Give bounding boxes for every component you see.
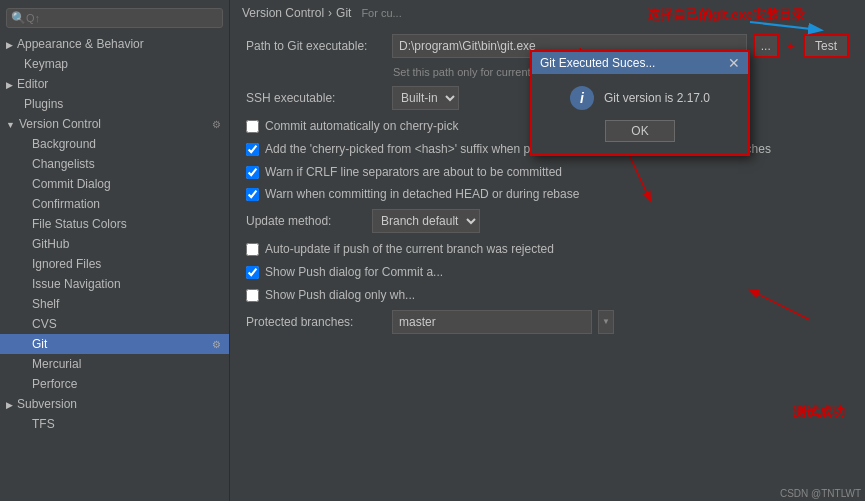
sidebar-item-file-status-colors[interactable]: File Status Colors <box>0 214 229 234</box>
test-button[interactable]: Test <box>803 34 849 58</box>
cherry-pick-label: Commit automatically on cherry-pick <box>265 118 458 135</box>
plus-icon: + <box>787 38 795 54</box>
show-push-label: Show Push dialog for Commit a... <box>265 264 443 281</box>
chevron-right-icon-3: ▶ <box>6 400 13 410</box>
sidebar-item-ignored-files[interactable]: Ignored Files <box>0 254 229 274</box>
annotation-bottom: 测试成功 <box>793 403 845 421</box>
main-content: Version Control › Git For cu... Path to … <box>230 0 865 501</box>
breadcrumb-for-current: For cu... <box>361 7 401 19</box>
sidebar-item-keymap[interactable]: Keymap <box>0 54 229 74</box>
sidebar-item-tfs[interactable]: TFS <box>0 414 229 434</box>
dialog-message: Git version is 2.17.0 <box>604 91 710 105</box>
update-method-row: Update method: Branch default Merge Reba… <box>246 209 849 233</box>
update-method-label: Update method: <box>246 214 366 228</box>
ssh-label: SSH executable: <box>246 91 386 105</box>
chevron-down-icon: ▼ <box>6 120 15 130</box>
sidebar-item-cvs[interactable]: CVS <box>0 314 229 334</box>
dialog-close-button[interactable]: ✕ <box>728 56 740 70</box>
dialog-overlay: Git Executed Suces... ✕ i Git version is… <box>530 50 750 156</box>
sidebar-item-changelists[interactable]: Changelists <box>0 154 229 174</box>
sidebar-item-commit-dialog[interactable]: Commit Dialog <box>0 174 229 194</box>
search-bar[interactable]: 🔍 <box>6 8 223 28</box>
sidebar-item-shelf[interactable]: Shelf <box>0 294 229 314</box>
browse-button[interactable]: ... <box>753 34 779 58</box>
protected-input[interactable] <box>392 310 592 334</box>
search-input[interactable] <box>26 12 218 24</box>
sidebar-item-plugins[interactable]: Plugins <box>0 94 229 114</box>
sidebar-item-issue-navigation[interactable]: Issue Navigation <box>0 274 229 294</box>
cherry-pick-checkbox[interactable] <box>246 120 259 133</box>
chevron-right-icon: ▶ <box>6 40 13 50</box>
protected-label: Protected branches: <box>246 315 386 329</box>
checkbox-show-push-only: Show Push dialog only wh... <box>246 287 849 304</box>
info-icon: i <box>570 86 594 110</box>
crlf-checkbox[interactable] <box>246 166 259 179</box>
sidebar-item-confirmation[interactable]: Confirmation <box>0 194 229 214</box>
crlf-label: Warn if CRLF line separators are about t… <box>265 164 562 181</box>
dialog-ok-button[interactable]: OK <box>605 120 675 142</box>
cherry-picked-suffix-checkbox[interactable] <box>246 143 259 156</box>
sidebar: 🔍 ▶Appearance & Behavior Keymap ▶Editor … <box>0 0 230 501</box>
annotation-bottom-text: 测试成功 <box>793 404 845 419</box>
sidebar-item-appearance[interactable]: ▶Appearance & Behavior <box>0 34 229 54</box>
breadcrumb-git: Git <box>336 6 351 20</box>
chevron-down-small-icon: ▼ <box>602 317 610 326</box>
gear-icon: ⚙ <box>212 119 221 130</box>
sidebar-item-version-control[interactable]: ▼Version Control ⚙ <box>0 114 229 134</box>
dialog-titlebar: Git Executed Suces... ✕ <box>532 52 748 74</box>
dropdown-arrow[interactable]: ▼ <box>598 310 614 334</box>
sidebar-item-git[interactable]: Git ⚙ <box>0 334 229 354</box>
breadcrumb-separator: › <box>328 6 332 20</box>
breadcrumb-version-control: Version Control <box>242 6 324 20</box>
checkbox-auto-update: Auto-update if push of the current branc… <box>246 241 849 258</box>
sidebar-item-mercurial[interactable]: Mercurial <box>0 354 229 374</box>
dialog-body: i Git version is 2.17.0 OK <box>532 74 748 154</box>
update-method-select[interactable]: Branch default Merge Rebase <box>372 209 480 233</box>
gear-icon-git: ⚙ <box>212 339 221 350</box>
show-push-only-label: Show Push dialog only wh... <box>265 287 415 304</box>
dialog-content-row: i Git version is 2.17.0 <box>570 86 710 110</box>
git-success-dialog: Git Executed Suces... ✕ i Git version is… <box>530 50 750 156</box>
checkbox-show-push: Show Push dialog for Commit a... <box>246 264 849 281</box>
git-path-label: Path to Git executable: <box>246 39 386 53</box>
protected-branches-row: Protected branches: ▼ <box>246 310 849 334</box>
breadcrumb: Version Control › Git For cu... <box>230 0 865 26</box>
sidebar-item-github[interactable]: GitHub <box>0 234 229 254</box>
search-icon: 🔍 <box>11 11 26 25</box>
watermark: CSDN @TNTLWT <box>780 488 861 499</box>
show-push-checkbox[interactable] <box>246 266 259 279</box>
dialog-title: Git Executed Suces... <box>540 56 655 70</box>
sidebar-item-editor[interactable]: ▶Editor <box>0 74 229 94</box>
checkbox-detached-head: Warn when committing in detached HEAD or… <box>246 186 849 203</box>
auto-update-label: Auto-update if push of the current branc… <box>265 241 554 258</box>
auto-update-checkbox[interactable] <box>246 243 259 256</box>
sidebar-item-perforce[interactable]: Perforce <box>0 374 229 394</box>
sidebar-item-subversion[interactable]: ▶Subversion <box>0 394 229 414</box>
detached-head-label: Warn when committing in detached HEAD or… <box>265 186 579 203</box>
sidebar-item-background[interactable]: Background <box>0 134 229 154</box>
chevron-right-icon-2: ▶ <box>6 80 13 90</box>
show-push-only-checkbox[interactable] <box>246 289 259 302</box>
checkbox-crlf: Warn if CRLF line separators are about t… <box>246 164 849 181</box>
ssh-select[interactable]: Built-in Native <box>392 86 459 110</box>
detached-head-checkbox[interactable] <box>246 188 259 201</box>
